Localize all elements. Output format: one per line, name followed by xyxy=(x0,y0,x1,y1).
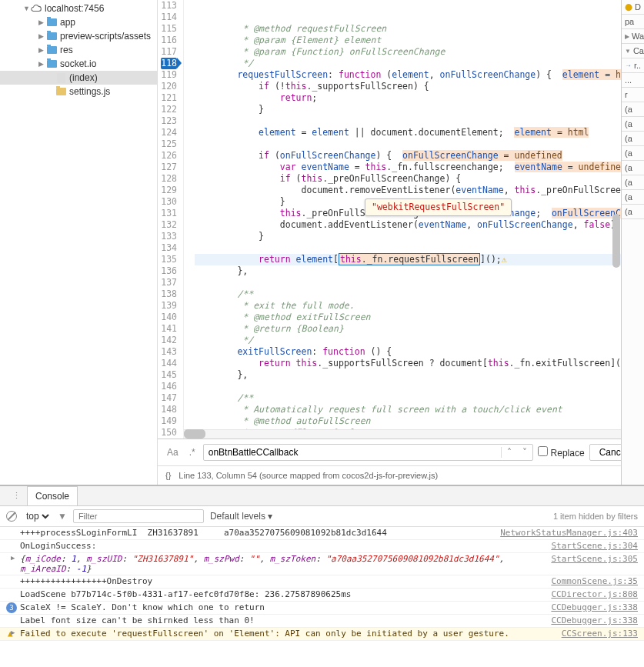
search-next[interactable]: ˅ xyxy=(517,447,532,458)
console-row: 3ScaleX != ScaleY. Don't know which one … xyxy=(0,602,644,615)
console-tab[interactable]: Console xyxy=(27,486,78,505)
panel-row[interactable]: r xyxy=(622,88,644,102)
panel-toggle[interactable]: ▶ xyxy=(625,33,629,40)
tree-item--index-[interactable]: (index) xyxy=(0,71,157,85)
status-text: Line 133, Column 54 (source mapped from … xyxy=(179,471,438,480)
console-msg: LoadScene b77b714c-5f0b-4331-af17-eefc0f… xyxy=(20,589,545,599)
console-panel: ⋮ Console top ▼ Default levels ▾ 1 item … xyxy=(0,485,644,667)
replace-checkbox[interactable] xyxy=(538,446,548,456)
panel-row[interactable]: (a xyxy=(622,175,644,190)
tree-label: (index) xyxy=(69,72,98,83)
panel-text: (a xyxy=(625,105,632,114)
folder-icon xyxy=(46,17,57,28)
panel-row[interactable]: (a xyxy=(622,132,644,146)
expand-icon[interactable]: ▶ xyxy=(11,554,15,562)
tree-item-app[interactable]: ▶app xyxy=(0,15,157,29)
tree-toggle[interactable]: ▼ xyxy=(23,5,31,12)
regex-option[interactable]: .* xyxy=(186,445,199,459)
file-icon xyxy=(55,72,66,83)
tree-label: res xyxy=(60,45,73,55)
console-source-link[interactable]: CCDirector.js:808 xyxy=(545,589,638,599)
tree-toggle[interactable]: ▶ xyxy=(38,60,46,68)
console-msg: +++++++++++++++++OnDestroy xyxy=(20,576,545,586)
console-row: ++++processSLoginFormLI ZH31637891 a70aa… xyxy=(0,527,644,540)
console-filter-input[interactable] xyxy=(73,509,204,523)
panel-text: Wa xyxy=(632,32,644,41)
console-source-link[interactable]: CCDebugger.js:338 xyxy=(545,602,638,612)
console-source-link[interactable]: NetworkStatusManager.js:403 xyxy=(494,528,638,538)
panel-row[interactable]: pa xyxy=(622,15,644,29)
expand-icon[interactable]: ▶ xyxy=(11,629,15,636)
panel-row[interactable]: (a xyxy=(622,190,644,205)
panel-row[interactable]: ... xyxy=(622,73,644,88)
panel-text: (a xyxy=(625,134,632,143)
folder-icon xyxy=(46,45,57,55)
console-msg: Label font size can't be shirnked less t… xyxy=(20,615,545,625)
console-msg: ++++processSLoginFormLI ZH31637891 a70aa… xyxy=(20,528,494,538)
panel-row[interactable]: →r.. xyxy=(622,58,644,73)
tree-item-settings-js[interactable]: settings.js xyxy=(0,85,157,98)
search-input[interactable] xyxy=(204,447,502,458)
tree-item-localhost-7456[interactable]: ▼localhost:7456 xyxy=(0,2,157,15)
tree-toggle[interactable]: ▶ xyxy=(38,46,46,54)
console-row: ▲▶Failed to execute 'requestFullscreen' … xyxy=(0,628,644,641)
console-source-link[interactable]: CommonScene.js:35 xyxy=(545,576,638,586)
drawer-menu-icon[interactable]: ⋮ xyxy=(6,491,27,501)
code-editor: 1131141151161171181191201211221231241251… xyxy=(158,0,644,485)
case-option[interactable]: Aa xyxy=(164,445,182,459)
panel-icon: ⬤ xyxy=(625,3,632,11)
panel-row[interactable]: ▼Cal xyxy=(622,44,644,58)
tree-label: app xyxy=(60,17,75,28)
tree-label: localhost:7456 xyxy=(45,3,104,14)
folder-icon xyxy=(46,58,57,69)
console-source-link[interactable]: StartScene.js:304 xyxy=(545,541,638,551)
clear-console-icon[interactable] xyxy=(6,511,17,522)
panel-toggle[interactable]: ▼ xyxy=(625,48,631,55)
panel-row[interactable]: (a xyxy=(622,146,644,161)
tree-item-socket-io[interactable]: ▶socket.io xyxy=(0,57,157,71)
console-source-link[interactable]: StartScene.js:305 xyxy=(545,554,638,564)
console-body[interactable]: ++++processSLoginFormLI ZH31637891 a70aa… xyxy=(0,527,644,667)
replace-checkbox-label[interactable]: Replace xyxy=(538,446,584,459)
panel-text: r xyxy=(625,90,628,99)
panel-text: (a xyxy=(625,119,632,128)
panel-row[interactable]: (a xyxy=(622,102,644,117)
right-panel: ⬤Dpa▶Wa▼Cal→r.....r(a(a(a(a(a(a(a(a xyxy=(621,0,644,485)
panel-text: Cal xyxy=(633,46,644,55)
levels-select[interactable]: Default levels ▾ xyxy=(210,511,272,522)
tree-toggle[interactable]: ▶ xyxy=(38,32,46,40)
console-source-link[interactable]: CCDebugger.js:338 xyxy=(545,615,638,625)
status-bar: {} Line 133, Column 54 (source mapped fr… xyxy=(158,465,644,485)
console-toolbar: top ▼ Default levels ▾ 1 item hidden by … xyxy=(0,506,644,527)
tree-item-res[interactable]: ▶res xyxy=(0,43,157,57)
file-tree-sidebar: ▼localhost:7456▶app▶preview-scripts/asse… xyxy=(0,0,158,485)
panel-row[interactable]: ▶Wa xyxy=(622,29,644,44)
search-prev[interactable]: ˄ xyxy=(502,447,517,458)
panel-row[interactable]: (a xyxy=(622,161,644,175)
panel-row[interactable]: (a xyxy=(622,117,644,132)
count-badge: 3 xyxy=(6,602,17,613)
panel-row[interactable]: ⬤D xyxy=(622,0,644,15)
panel-icon: → xyxy=(625,62,632,69)
folder-icon xyxy=(46,31,57,42)
panel-text: (a xyxy=(625,192,632,202)
panel-text: (a xyxy=(625,178,632,187)
panel-row[interactable]: (a xyxy=(622,205,644,219)
search-bar: Aa .* ˄ ˅ Replace Cancel xyxy=(158,439,644,465)
tree-toggle[interactable]: ▶ xyxy=(38,18,46,26)
console-row: LoadScene b77b714c-5f0b-4331-af17-eefc0f… xyxy=(0,589,644,602)
console-row: Label font size can't be shirnked less t… xyxy=(0,615,644,628)
line-gutter: 1131141151161171181191201211221231241251… xyxy=(158,0,184,439)
braces-icon[interactable]: {} xyxy=(165,471,171,480)
tree-label: settings.js xyxy=(69,86,110,97)
tree-label: socket.io xyxy=(60,58,96,69)
code-content[interactable]: * @method requestFullScreen * @param {El… xyxy=(184,0,644,439)
context-select[interactable]: top xyxy=(23,510,52,522)
tree-item-preview-scripts-assets[interactable]: ▶preview-scripts/assets xyxy=(0,29,157,43)
scroll-track-h xyxy=(184,429,644,439)
console-source-link[interactable]: CCScreen.js:133 xyxy=(556,629,638,639)
cloud-icon xyxy=(31,3,42,14)
scrollbar-h[interactable] xyxy=(184,429,205,439)
scrollbar-v[interactable] xyxy=(612,214,620,268)
console-row: +++++++++++++++++OnDestroyCommonScene.js… xyxy=(0,575,644,589)
